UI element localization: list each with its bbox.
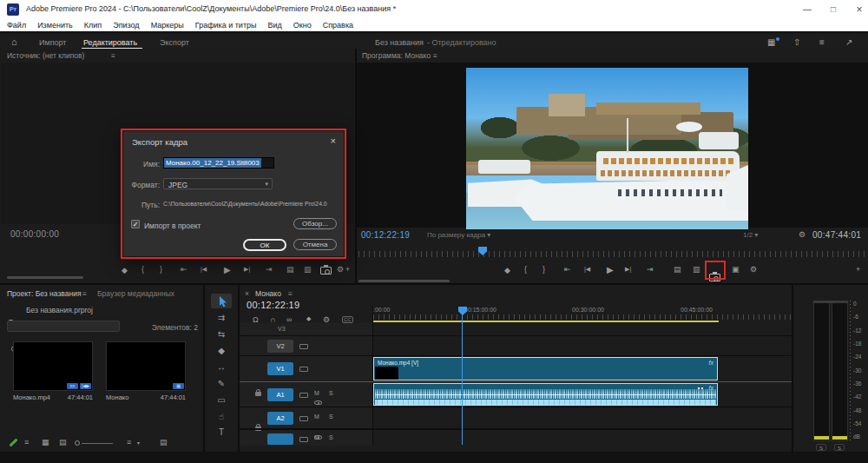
source-overwrite-icon[interactable]: ▥ <box>304 265 312 274</box>
source-play-icon[interactable]: ▶ <box>224 265 231 274</box>
track-mix-name[interactable] <box>267 433 293 445</box>
timeline-timecode[interactable]: 00:12:22:19 <box>247 300 299 310</box>
menu-item[interactable]: Справка <box>323 21 353 30</box>
program-step-forward-icon[interactable]: ▶| <box>625 266 631 273</box>
slip-tool[interactable]: ↔ <box>213 362 230 372</box>
track-select-forward-tool[interactable]: ⇉ <box>213 313 230 322</box>
fit-dropdown[interactable]: По размеру кадра ▾ <box>427 231 490 239</box>
track-v1-name[interactable]: V1 <box>267 362 293 375</box>
menu-item[interactable]: Окно <box>293 21 312 30</box>
program-zoom-scrollbar[interactable] <box>358 280 450 282</box>
playback-resolution-dropdown[interactable]: 1/2 ▾ <box>743 231 758 239</box>
project-file-name[interactable]: Без названия.prproj <box>26 306 93 314</box>
type-tool[interactable]: T <box>213 427 230 437</box>
track-a1-solo-button[interactable]: S <box>329 390 333 396</box>
source-add-marker-icon[interactable]: ◆ <box>122 266 128 274</box>
timeline-ruler-ticks[interactable] <box>373 314 792 320</box>
program-add-marker-icon[interactable]: ◆ <box>504 266 510 274</box>
program-mark-in-icon[interactable]: { <box>524 265 527 274</box>
hand-tool[interactable]: ☝ <box>213 412 230 421</box>
program-current-timecode[interactable]: 00:12:22:19 <box>361 230 410 240</box>
timeline-tab[interactable]: Монако <box>255 289 281 298</box>
timeline-panel-menu-icon[interactable]: ≡ <box>288 289 293 298</box>
zoom-slider-handle[interactable] <box>75 440 80 446</box>
captions-icon[interactable]: CC <box>342 316 353 323</box>
sort-icon[interactable]: ≡ <box>127 438 131 446</box>
zoom-slider-track[interactable] <box>82 443 113 444</box>
track-v2-toggle-output-icon[interactable] <box>314 400 322 405</box>
audio-volume-band[interactable] <box>375 394 716 395</box>
share-icon[interactable]: ⇧ <box>793 37 800 47</box>
program-go-to-out-icon[interactable]: ⇥ <box>647 265 654 274</box>
home-icon[interactable]: ⌂ <box>11 36 17 47</box>
menu-item[interactable]: Файл <box>7 21 26 30</box>
project-item-name[interactable]: Монако.mp4 <box>13 394 50 401</box>
track-mix-source-patch-icon[interactable] <box>299 437 308 442</box>
track-a1-mute-button[interactable]: M <box>314 390 319 396</box>
list-view-icon[interactable]: ≡ <box>24 438 29 446</box>
icon-view-icon[interactable]: ▦ <box>42 438 49 446</box>
track-v3-label[interactable]: V3 <box>278 326 286 332</box>
video-audio-divider[interactable] <box>240 381 792 382</box>
razor-tool[interactable]: ◆ <box>213 346 230 355</box>
program-go-to-in-icon[interactable]: ⇤ <box>564 265 571 274</box>
program-lift-icon[interactable]: ▤ <box>674 265 681 274</box>
tab-edit[interactable]: Редактировать <box>83 38 137 47</box>
freeform-view-icon[interactable]: ▤ <box>59 438 67 446</box>
source-add-button-icon[interactable]: + <box>345 265 350 274</box>
source-step-forward-icon[interactable]: ▶| <box>244 266 250 273</box>
program-play-icon[interactable]: ▶ <box>607 265 614 274</box>
solo-right-button[interactable]: S <box>834 444 845 451</box>
close-button[interactable]: × <box>847 0 868 19</box>
source-go-to-in-icon[interactable]: ⇤ <box>181 265 187 274</box>
rectangle-tool[interactable]: ▭ <box>213 395 230 405</box>
sort-chevron-icon[interactable]: ▾ <box>137 440 140 446</box>
tab-media-browser[interactable]: Браузер медиаданных <box>97 289 174 298</box>
track-a1-source-patch-icon[interactable] <box>299 393 308 398</box>
source-insert-icon[interactable]: ▤ <box>286 265 294 274</box>
track-mix-mute-button[interactable]: M <box>314 434 319 440</box>
track-a2-source-patch-icon[interactable] <box>299 416 308 421</box>
source-go-to-out-icon[interactable]: ⇥ <box>266 265 273 274</box>
track-a2-solo-button[interactable]: S <box>329 413 333 420</box>
menu-item[interactable]: Графика и титры <box>195 21 257 30</box>
source-mark-out-icon[interactable]: } <box>160 265 162 274</box>
timeline-audio-clip[interactable]: fx <box>373 383 718 406</box>
minimize-button[interactable]: — <box>795 0 819 19</box>
program-mark-out-icon[interactable]: } <box>542 265 545 274</box>
program-step-back-icon[interactable]: |◀ <box>584 266 590 273</box>
program-panel-menu-icon[interactable]: ≡ <box>433 51 437 60</box>
track-a2-name[interactable]: A2 <box>267 412 293 425</box>
timeline-tab-close-icon[interactable]: × <box>245 289 249 298</box>
timeline-video-clip[interactable]: Монако.mp4 [V] fx <box>373 357 718 380</box>
automate-to-sequence-icon[interactable]: ▤ <box>160 438 168 446</box>
program-time-ruler[interactable] <box>358 251 865 257</box>
fullscreen-icon[interactable]: ↗ <box>845 37 852 47</box>
track-v2-lock-icon[interactable] <box>255 392 261 396</box>
workspace-icon[interactable]: ▦ <box>767 37 775 47</box>
tab-import[interactable]: Импорт <box>39 38 66 47</box>
search-input[interactable] <box>7 321 120 332</box>
source-step-back-icon[interactable]: |◀ <box>201 266 207 273</box>
work-area-bar[interactable] <box>373 321 719 322</box>
project-item-name[interactable]: Монако <box>106 394 128 401</box>
ripple-edit-tool[interactable]: ⇆ <box>213 329 230 339</box>
tab-export[interactable]: Экспорт <box>160 38 189 47</box>
source-export-frame-icon[interactable] <box>320 267 332 274</box>
source-zoom-scrollbar[interactable] <box>7 276 83 279</box>
solo-left-button[interactable]: S <box>816 444 826 451</box>
quick-export-icon[interactable]: ≡ <box>819 37 825 47</box>
tab-project[interactable]: Проект: Без названия <box>7 289 82 298</box>
menu-item[interactable]: Эпизод <box>113 21 139 30</box>
source-panel-menu-icon[interactable]: ≡ <box>111 51 115 60</box>
selection-tool[interactable] <box>216 295 227 311</box>
source-settings-icon[interactable]: ⚙ <box>337 265 344 274</box>
menu-item[interactable]: Маркеры <box>151 21 184 30</box>
menu-item[interactable]: Изменить <box>37 21 73 30</box>
maximize-button[interactable]: □ <box>821 0 845 19</box>
track-v2-source-patch-icon[interactable] <box>299 344 308 349</box>
program-settings-wrench-icon[interactable]: ⚙ <box>799 230 806 239</box>
program-add-button-icon[interactable]: + <box>856 265 860 274</box>
menu-item[interactable]: Клип <box>84 21 102 30</box>
track-mix-solo-button[interactable]: S <box>329 434 333 440</box>
